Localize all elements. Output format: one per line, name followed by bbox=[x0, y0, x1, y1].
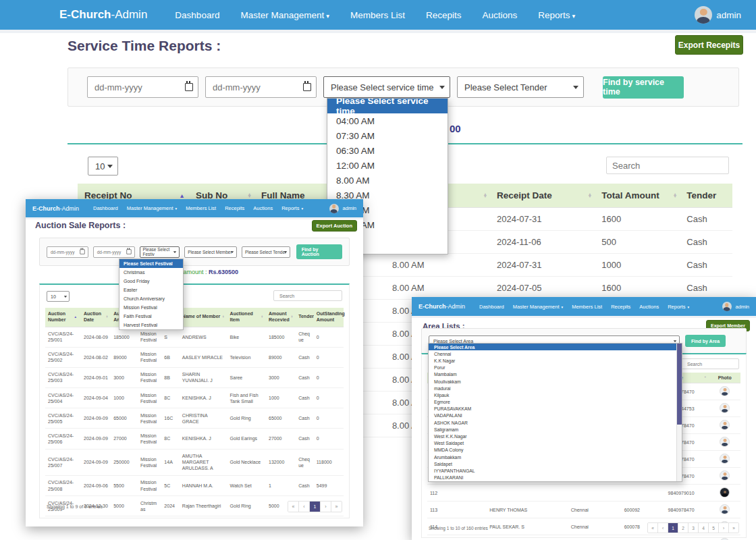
nav-item-auctions[interactable]: Auctions bbox=[639, 304, 659, 310]
nav-item-master-management[interactable]: Master Management▾ bbox=[127, 205, 177, 211]
nav-item-reports[interactable]: Reports▾ bbox=[538, 10, 575, 20]
user-menu[interactable]: admin bbox=[722, 302, 749, 311]
user-menu[interactable]: admin bbox=[329, 204, 356, 213]
find-by-auction-button[interactable]: Find by Auction bbox=[296, 244, 342, 259]
page-button[interactable]: 3 bbox=[688, 523, 699, 533]
dropdown-option[interactable]: VADAPALANI bbox=[429, 412, 677, 419]
nav-item-master-management[interactable]: Master Management▾ bbox=[240, 10, 329, 20]
dropdown-option[interactable]: 07:30 AM bbox=[327, 128, 448, 143]
dropdown-option[interactable]: Easter bbox=[119, 286, 183, 294]
festival-select[interactable]: Please Select Festiv bbox=[140, 246, 180, 258]
dropdown-option[interactable]: Mission Festival bbox=[119, 303, 183, 312]
col-auction-number[interactable]: Auction Number▲ bbox=[45, 308, 81, 327]
export-receipts-button[interactable]: Export Recepits bbox=[675, 35, 743, 55]
dropdown-option[interactable]: PALLIKARANI bbox=[429, 475, 677, 481]
pager-nav-button[interactable]: « bbox=[648, 523, 658, 533]
page-button[interactable]: 2 bbox=[678, 523, 688, 533]
dropdown-option[interactable]: Harvest Festival bbox=[119, 321, 183, 329]
col-name-of-member[interactable]: Name of Member▲▼ bbox=[180, 308, 227, 327]
col-outstanding-amount[interactable]: OutStanding Amount bbox=[314, 308, 344, 327]
nav-item-dashboard[interactable]: Dashboard bbox=[479, 304, 504, 310]
dropdown-option[interactable]: K.K Nagar bbox=[429, 357, 677, 364]
date-from-input[interactable]: dd-mm-yyyy bbox=[87, 76, 198, 98]
dropdown-option[interactable]: Please Select service time bbox=[327, 99, 448, 113]
tender-select[interactable]: Please Select Tender bbox=[242, 246, 290, 258]
export-auction-button[interactable]: Export Auction bbox=[312, 220, 357, 232]
search-input[interactable] bbox=[273, 290, 342, 301]
dropdown-option[interactable]: 06:30 AM bbox=[327, 143, 448, 158]
pager-nav-button[interactable]: ‹ bbox=[658, 523, 668, 533]
nav-item-members-list[interactable]: Members List bbox=[350, 10, 405, 20]
pager-nav-button[interactable]: › bbox=[321, 502, 331, 512]
page-button[interactable]: 5 bbox=[709, 523, 719, 533]
dropdown-option[interactable]: Church Anniversary bbox=[119, 294, 183, 303]
find-by-service-time-button[interactable]: Find by service time bbox=[603, 76, 684, 99]
dropdown-option[interactable]: madurai bbox=[429, 385, 677, 392]
app-logo[interactable]: E-Church-Admin bbox=[418, 303, 465, 310]
scrollbar[interactable] bbox=[676, 344, 682, 481]
nav-item-recepits[interactable]: Recepits bbox=[225, 205, 244, 211]
app-logo[interactable]: E-Church-Admin bbox=[59, 8, 147, 22]
nav-item-recepits[interactable]: Recepits bbox=[611, 304, 630, 310]
pager-nav-button[interactable]: › bbox=[719, 523, 729, 533]
search-input[interactable] bbox=[681, 358, 739, 369]
search-input[interactable] bbox=[606, 157, 729, 174]
dropdown-option[interactable]: Porur bbox=[429, 364, 677, 371]
tender-select[interactable]: Please Select Tender bbox=[457, 76, 584, 98]
pager-nav-button[interactable]: » bbox=[331, 502, 342, 512]
page-button[interactable]: 1 bbox=[310, 502, 321, 512]
col-tender[interactable]: Tender bbox=[296, 308, 314, 327]
nav-item-auctions[interactable]: Auctions bbox=[253, 205, 273, 211]
nav-item-members-list[interactable]: Members List bbox=[186, 205, 216, 211]
app-logo[interactable]: E-Church-Admin bbox=[32, 205, 79, 212]
dropdown-option[interactable]: West Saidapet bbox=[429, 440, 677, 447]
scrollbar-thumb[interactable] bbox=[677, 344, 682, 425]
page-size-select[interactable]: 10 bbox=[88, 157, 118, 176]
page-button[interactable]: 4 bbox=[699, 523, 709, 533]
col-receipt-date[interactable]: Receipt Date▲▼ bbox=[490, 184, 595, 208]
date-to-input[interactable]: dd-mm-yyyy bbox=[93, 246, 135, 258]
col-auction-date[interactable]: Auction Date▲▼ bbox=[81, 308, 111, 327]
pager-nav-button[interactable]: ‹ bbox=[299, 502, 310, 512]
nav-item-reports[interactable]: Reports▾ bbox=[668, 304, 689, 310]
dropdown-option[interactable]: Moulivakkam bbox=[429, 378, 677, 385]
dropdown-option[interactable]: Good Friday bbox=[119, 277, 183, 286]
dropdown-option[interactable]: Egmore bbox=[429, 399, 677, 406]
col-amount-received[interactable]: Amount Recevied▲▼ bbox=[266, 308, 296, 327]
dropdown-option[interactable]: IYYAPANTHANGAL bbox=[429, 467, 677, 474]
dropdown-option[interactable]: Kilpauk bbox=[429, 392, 677, 398]
dropdown-option[interactable]: ASHOK NAGAR bbox=[429, 419, 677, 426]
nav-item-dashboard[interactable]: Dashboard bbox=[93, 205, 118, 211]
dropdown-option[interactable]: Faith Festival bbox=[119, 312, 183, 321]
dropdown-option[interactable]: Arumbakkam bbox=[429, 454, 677, 460]
dropdown-option[interactable]: MMDA Colony bbox=[429, 447, 677, 454]
dropdown-option[interactable]: West K.K.Nagar bbox=[429, 433, 677, 439]
nav-item-members-list[interactable]: Members List bbox=[572, 304, 602, 310]
pager-nav-button[interactable]: « bbox=[288, 502, 299, 512]
nav-item-dashboard[interactable]: Dashboard bbox=[175, 10, 219, 20]
dropdown-option[interactable]: PURASAVAKKAM bbox=[429, 406, 677, 412]
nav-item-master-management[interactable]: Master Management▾ bbox=[513, 304, 563, 310]
member-select[interactable]: Please Select Member bbox=[184, 246, 237, 258]
nav-item-auctions[interactable]: Auctions bbox=[483, 10, 518, 20]
date-from-input[interactable]: dd-mm-yyyy bbox=[47, 246, 88, 258]
dropdown-option[interactable]: Please Select Area bbox=[429, 344, 677, 350]
dropdown-option[interactable]: 8.00 AM bbox=[327, 173, 448, 188]
pager-nav-button[interactable]: » bbox=[729, 523, 738, 533]
nav-item-reports[interactable]: Reports▾ bbox=[281, 205, 303, 211]
page-button[interactable]: 1 bbox=[668, 523, 678, 533]
dropdown-option[interactable]: Please Select Festival bbox=[119, 259, 183, 268]
dropdown-option[interactable]: Mambalam bbox=[429, 371, 677, 378]
service-time-select[interactable]: Please Select service time bbox=[323, 76, 450, 98]
page-size-select[interactable]: 10 bbox=[47, 291, 70, 302]
dropdown-option[interactable]: Saidapet bbox=[429, 460, 677, 467]
dropdown-option[interactable]: Chennai bbox=[429, 350, 677, 357]
find-by-area-button[interactable]: Find by Area bbox=[685, 335, 726, 347]
user-menu[interactable]: admin bbox=[695, 6, 741, 24]
dropdown-option[interactable]: 12:00 AM bbox=[327, 158, 448, 173]
date-to-input[interactable]: dd-mm-yyyy bbox=[205, 76, 317, 98]
col-tender[interactable]: Tender bbox=[680, 184, 732, 208]
col-total-amount[interactable]: Total Amount▲▼ bbox=[595, 184, 680, 208]
dropdown-option[interactable]: Saligramam bbox=[429, 426, 677, 433]
dropdown-option[interactable]: Christmas bbox=[119, 268, 183, 277]
